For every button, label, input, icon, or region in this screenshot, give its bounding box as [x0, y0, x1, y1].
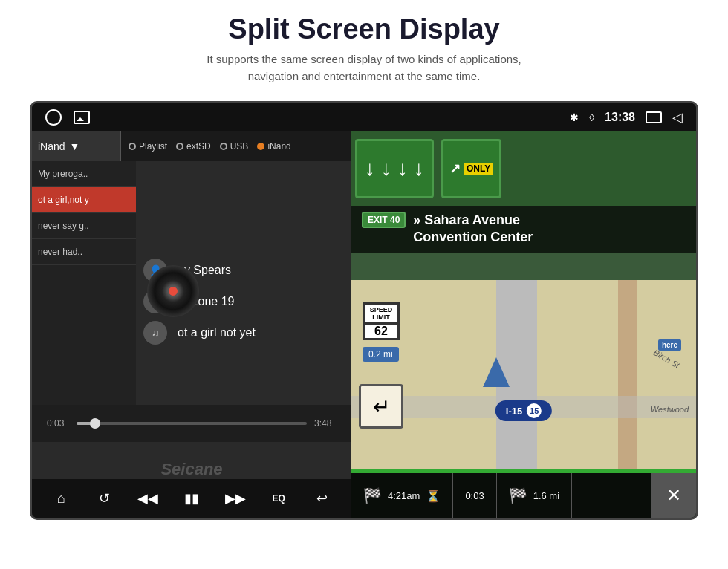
- highway-signs: ↓ ↓ ↓ ↓ ↗ ONLY: [351, 131, 696, 206]
- eta-time: 4:21am: [388, 490, 420, 501]
- distance-label: 0.2 mi: [368, 349, 393, 360]
- sign-top-label: SPEEDLIMIT: [363, 302, 400, 325]
- bluetooth-icon: ✱: [570, 111, 579, 123]
- exit-badge: EXIT 40: [362, 212, 406, 228]
- location-icon: ◊: [589, 111, 594, 123]
- map-road-side: [618, 280, 637, 473]
- tab-label-playlist: Playlist: [139, 141, 167, 152]
- nav-text-line2: Convention Center: [413, 230, 533, 244]
- nav-text-line1: » Sahara Avenue: [413, 212, 520, 227]
- nav-bottom-bar: 🏁 4:21am ⏳ 0:03 🏁 1.6 mi ✕: [351, 473, 696, 518]
- music-note-icon: ♫: [143, 321, 167, 345]
- screen-icon: [646, 111, 662, 123]
- radio-dot-extsd: [176, 143, 183, 150]
- status-left: [45, 109, 90, 126]
- sign-arrows: ↓ ↓ ↓ ↓: [365, 157, 424, 181]
- tab-label-extsd: extSD: [186, 141, 211, 152]
- source-bar: iNand ▼ Playlist extSD USB: [32, 131, 351, 161]
- distance-remaining: 1.6 mi: [533, 490, 559, 501]
- seicane-watermark: Seicane: [160, 460, 222, 479]
- vinyl-record: [147, 265, 199, 317]
- page-subtitle: It supports the same screen display of t…: [45, 51, 683, 85]
- nav-eta: 🏁 4:21am ⏳: [351, 473, 453, 518]
- here-logo: here: [658, 339, 681, 351]
- green-sign-main: ↓ ↓ ↓ ↓: [355, 139, 434, 198]
- prev-button[interactable]: ◀◀: [133, 484, 163, 513]
- flag-start-icon: 🏁: [363, 487, 382, 504]
- track-item-3[interactable]: never say g..: [32, 213, 136, 239]
- nav-info-bar: EXIT 40 » Sahara Avenue Convention Cente…: [351, 206, 696, 253]
- track-list: My preroga.. ot a girl,not y never say g…: [32, 161, 136, 442]
- only-sign: ↗ ONLY: [441, 139, 501, 198]
- page-title: Split Screen Display: [45, 13, 683, 45]
- home-button[interactable]: ⌂: [46, 484, 76, 513]
- highway-number-circle: 15: [527, 403, 542, 418]
- radio-dot-inand: [257, 143, 264, 150]
- song-title: ot a girl not yet: [178, 326, 256, 339]
- nav-duration: 0:03: [453, 473, 496, 518]
- radio-dot-usb: [220, 143, 227, 150]
- map-area: ↵ SPEEDLIMIT 62 0.2 mi here Birch St Wes…: [351, 280, 696, 473]
- play-pause-button[interactable]: ▮▮: [177, 484, 207, 513]
- tab-label-usb: USB: [230, 141, 249, 152]
- source-tab-usb[interactable]: USB: [220, 141, 249, 152]
- device-frame: ✱ ◊ 13:38 ◁ iNand ▼ Playlist: [30, 101, 698, 520]
- music-panel: iNand ▼ Playlist extSD USB: [32, 131, 351, 518]
- tab-label-inand: iNand: [267, 141, 290, 152]
- page-header: Split Screen Display It supports the sam…: [0, 0, 728, 94]
- vinyl-center: [167, 285, 179, 297]
- main-content: iNand ▼ Playlist extSD USB: [32, 131, 696, 518]
- nav-arrow-container: [483, 357, 510, 387]
- nav-close-button[interactable]: ✕: [651, 473, 696, 518]
- time-current: 0:03: [47, 418, 69, 429]
- source-tabs: Playlist extSD USB iNand: [121, 141, 299, 152]
- distance-sign: 0.2 mi: [363, 347, 399, 362]
- image-icon: [74, 111, 90, 124]
- progress-section: 0:03 3:48: [32, 405, 351, 442]
- clock-icon: ⏳: [426, 489, 441, 503]
- status-right: ✱ ◊ 13:38 ◁: [570, 109, 683, 126]
- source-dropdown[interactable]: iNand ▼: [32, 131, 121, 161]
- highway-label: I-15: [506, 406, 522, 417]
- down-arrow-2: ↓: [381, 157, 391, 181]
- nav-arrow: [483, 357, 510, 387]
- down-arrow-4: ↓: [414, 157, 424, 181]
- westwood-label: Westwood: [651, 405, 689, 414]
- turn-icon: ↵: [359, 384, 403, 429]
- highway-shield-i15: I-15 15: [495, 400, 552, 421]
- track-item-1[interactable]: My preroga..: [32, 161, 136, 187]
- turn-indicator: ↵: [359, 384, 411, 436]
- track-item-2[interactable]: ot a girl,not y: [32, 187, 136, 213]
- back-button[interactable]: ↩: [308, 484, 337, 513]
- sign-number: 62: [363, 325, 400, 340]
- source-tab-extsd[interactable]: extSD: [176, 141, 211, 152]
- source-tab-playlist[interactable]: Playlist: [129, 141, 167, 152]
- time-total: 3:48: [314, 418, 337, 429]
- next-button[interactable]: ▶▶: [221, 484, 250, 513]
- progress-track[interactable]: [77, 422, 307, 425]
- repeat-button[interactable]: ↺: [90, 484, 120, 513]
- eq-button[interactable]: EQ: [264, 484, 293, 513]
- nav-distance: 🏁 1.6 mi: [497, 473, 572, 518]
- control-bar: ⌂ ↺ ◀◀ ▮▮ ▶▶ EQ ↩: [32, 479, 351, 518]
- down-arrow-1: ↓: [365, 157, 375, 181]
- source-label: iNand: [38, 140, 65, 152]
- back-icon: ◁: [672, 109, 683, 126]
- source-tab-inand[interactable]: iNand: [257, 141, 290, 152]
- progress-thumb: [90, 418, 100, 429]
- down-arrow-3: ↓: [397, 157, 408, 181]
- speed-limit-sign: SPEEDLIMIT 62: [363, 302, 400, 340]
- only-badge: ONLY: [464, 163, 493, 175]
- arrow-up-icon: ↗: [449, 160, 461, 177]
- status-bar: ✱ ◊ 13:38 ◁: [32, 103, 696, 131]
- dropdown-arrow-icon: ▼: [70, 140, 80, 152]
- duration-value: 0:03: [465, 490, 484, 501]
- track-item-4[interactable]: never had..: [32, 239, 136, 265]
- nav-panel: ↓ ↓ ↓ ↓ ↗ ONLY EXIT 40 » Sahara Avenue C…: [351, 131, 696, 518]
- song-row: ♫ ot a girl not yet: [143, 321, 344, 345]
- nav-text: » Sahara Avenue Convention Center: [413, 212, 533, 247]
- circle-icon: [45, 109, 62, 126]
- radio-dot-playlist: [129, 143, 136, 150]
- time-display: 13:38: [605, 111, 635, 124]
- flag-end-icon: 🏁: [509, 487, 527, 504]
